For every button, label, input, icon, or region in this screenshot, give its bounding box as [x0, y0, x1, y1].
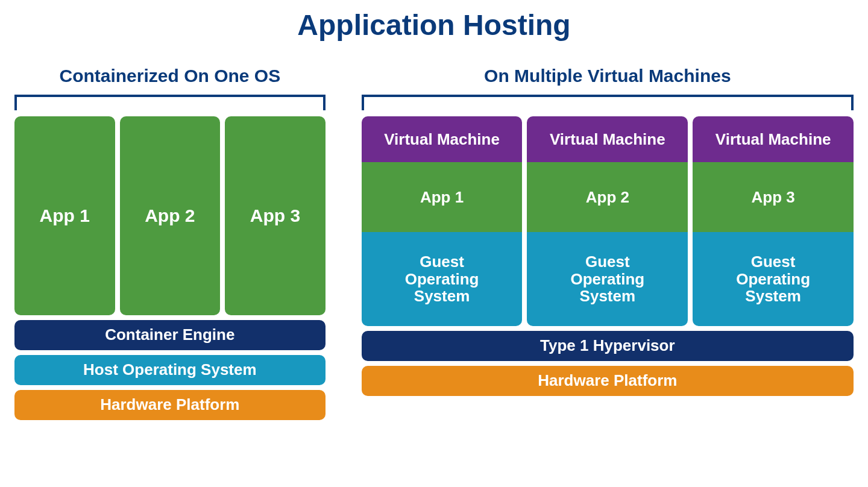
container-engine-layer: Container Engine — [14, 320, 326, 350]
vm-1-header: Virtual Machine — [362, 116, 523, 162]
containerized-heading: Containerized On One OS — [14, 66, 326, 86]
vm-3: Virtual Machine App 3 GuestOperatingSyst… — [693, 116, 854, 326]
vm-1-gos: GuestOperatingSystem — [362, 232, 523, 326]
vm-2-app: App 2 — [527, 162, 688, 232]
container-app-2: App 2 — [120, 116, 221, 315]
vm-3-app: App 3 — [693, 162, 854, 232]
vm-3-header: Virtual Machine — [693, 116, 854, 162]
vm-column: On Multiple Virtual Machines Virtual Mac… — [362, 66, 854, 420]
diagram-columns: Containerized On One OS App 1 App 2 App … — [12, 66, 856, 420]
vm-2-gos: GuestOperatingSystem — [527, 232, 688, 326]
container-app-1: App 1 — [14, 116, 115, 315]
bracket-icon — [362, 95, 854, 110]
hardware-layer-right: Hardware Platform — [362, 366, 854, 396]
vm-1-app: App 1 — [362, 162, 523, 232]
vm-2: Virtual Machine App 2 GuestOperatingSyst… — [527, 116, 688, 326]
container-apps-row: App 1 App 2 App 3 — [14, 116, 326, 315]
container-app-3: App 3 — [225, 116, 326, 315]
vm-3-gos: GuestOperatingSystem — [693, 232, 854, 326]
hardware-layer-left: Hardware Platform — [14, 390, 326, 420]
bracket-icon — [14, 95, 326, 110]
page-title: Application Hosting — [12, 8, 856, 42]
vm-2-header: Virtual Machine — [527, 116, 688, 162]
vm-heading: On Multiple Virtual Machines — [362, 66, 854, 86]
hypervisor-layer: Type 1 Hypervisor — [362, 331, 854, 361]
containerized-column: Containerized On One OS App 1 App 2 App … — [14, 66, 326, 420]
vm-1: Virtual Machine App 1 GuestOperatingSyst… — [362, 116, 523, 326]
vm-row: Virtual Machine App 1 GuestOperatingSyst… — [362, 116, 854, 326]
host-os-layer: Host Operating System — [14, 355, 326, 385]
